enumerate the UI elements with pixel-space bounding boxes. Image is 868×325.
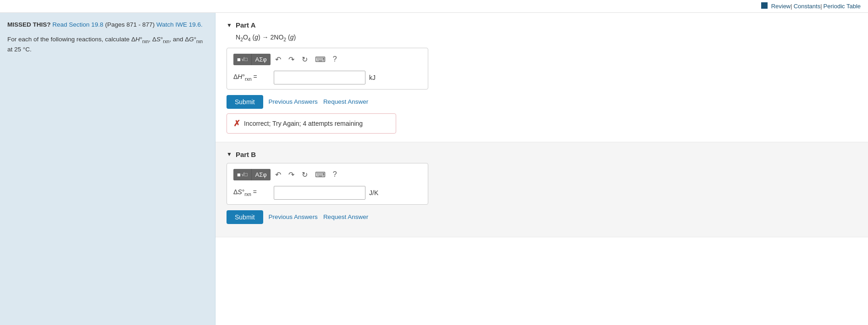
part-b-input-box: ■√□ ΑΣφ ↶ ↷ ↻ ⌨ ? ΔS°rxn = J/K bbox=[227, 163, 428, 205]
part-b-section: ▼ Part B ■√□ ΑΣφ ↶ ↷ ↻ ⌨ bbox=[216, 142, 868, 237]
part-b-toolbar-group: ■√□ ΑΣφ bbox=[233, 169, 271, 180]
part-a-math-button[interactable]: ■√□ bbox=[233, 54, 252, 65]
part-a-input-box: ■√□ ΑΣφ ↶ ↷ ↻ ⌨ ? ΔH°rxn = kJ bbox=[227, 48, 428, 90]
part-b-action-row: Submit Previous Answers Request Answer bbox=[227, 210, 857, 224]
part-b-request-answer-link[interactable]: Request Answer bbox=[323, 213, 368, 220]
part-a-greek-button[interactable]: ΑΣφ bbox=[252, 54, 271, 65]
part-a-unit: kJ bbox=[369, 74, 376, 81]
part-a-reaction: N2O4 (g) → 2NO2 (g) bbox=[227, 34, 857, 42]
part-b-unit: J/K bbox=[369, 189, 378, 196]
part-b-math-button[interactable]: ■√□ bbox=[233, 169, 252, 180]
main-content: ▼ Part A N2O4 (g) → 2NO2 (g) ■√□ ΑΣφ bbox=[216, 13, 868, 325]
part-b-undo-button[interactable]: ↶ bbox=[272, 168, 284, 181]
part-a-previous-answers-link[interactable]: Previous Answers bbox=[269, 98, 318, 105]
pages-label: (Pages 871 - 877) bbox=[105, 21, 155, 28]
read-section-link[interactable]: Read Section 19.8 bbox=[52, 21, 103, 28]
part-a-field-label: ΔH°rxn = bbox=[233, 73, 270, 82]
part-b-header: ▼ Part B bbox=[227, 151, 857, 158]
part-a-error-icon: ✗ bbox=[233, 118, 240, 129]
part-b-refresh-button[interactable]: ↻ bbox=[299, 168, 310, 181]
part-a-submit-button[interactable]: Submit bbox=[227, 95, 263, 109]
review-icon bbox=[761, 2, 768, 9]
part-a-error-text: Incorrect; Try Again; 4 attempts remaini… bbox=[244, 120, 363, 127]
part-a-help-button[interactable]: ? bbox=[330, 53, 340, 66]
part-b-field-label: ΔS°rxn = bbox=[233, 188, 270, 197]
part-b-greek-button[interactable]: ΑΣφ bbox=[252, 169, 271, 180]
missed-this-section: MISSED THIS? Read Section 19.8 (Pages 87… bbox=[7, 20, 208, 29]
part-a-refresh-button[interactable]: ↻ bbox=[299, 53, 310, 66]
part-b-previous-answers-link[interactable]: Previous Answers bbox=[269, 213, 318, 220]
part-b-submit-button[interactable]: Submit bbox=[227, 210, 263, 224]
watch-iwe-link[interactable]: Watch IWE 19.6. bbox=[156, 21, 203, 28]
part-a-collapse-icon[interactable]: ▼ bbox=[227, 22, 232, 28]
part-a-title: Part A bbox=[236, 21, 256, 29]
review-link[interactable]: Review bbox=[771, 3, 791, 10]
missed-label: MISSED THIS? bbox=[7, 21, 51, 28]
top-bar: Review | Constants | Periodic Table bbox=[0, 0, 868, 13]
part-a-header: ▼ Part A bbox=[227, 21, 857, 29]
periodic-table-link[interactable]: Periodic Table bbox=[824, 3, 861, 10]
part-b-title: Part B bbox=[236, 151, 256, 158]
part-a-error-box: ✗ Incorrect; Try Again; 4 attempts remai… bbox=[227, 113, 396, 134]
part-b-field-row: ΔS°rxn = J/K bbox=[233, 186, 421, 200]
part-a-answer-input[interactable] bbox=[274, 71, 365, 84]
part-b-redo-button[interactable]: ↷ bbox=[286, 168, 297, 181]
part-a-redo-button[interactable]: ↷ bbox=[286, 53, 297, 66]
constants-link[interactable]: Constants bbox=[794, 3, 821, 10]
part-a-field-row: ΔH°rxn = kJ bbox=[233, 71, 421, 84]
part-a-keyboard-button[interactable]: ⌨ bbox=[312, 53, 328, 66]
part-a-section: ▼ Part A N2O4 (g) → 2NO2 (g) ■√□ ΑΣφ bbox=[216, 13, 868, 142]
part-b-answer-input[interactable] bbox=[274, 186, 365, 200]
part-b-collapse-icon[interactable]: ▼ bbox=[227, 151, 232, 157]
part-a-action-row: Submit Previous Answers Request Answer bbox=[227, 95, 857, 109]
part-b-help-button[interactable]: ? bbox=[330, 168, 340, 181]
part-a-toolbar: ■√□ ΑΣφ ↶ ↷ ↻ ⌨ ? bbox=[233, 53, 421, 66]
part-b-toolbar: ■√□ ΑΣφ ↶ ↷ ↻ ⌨ ? bbox=[233, 168, 421, 181]
part-b-keyboard-button[interactable]: ⌨ bbox=[312, 168, 328, 181]
part-a-toolbar-group: ■√□ ΑΣφ bbox=[233, 54, 271, 65]
problem-description: For each of the following reactions, cal… bbox=[7, 35, 208, 54]
part-a-request-answer-link[interactable]: Request Answer bbox=[323, 98, 368, 105]
sidebar: MISSED THIS? Read Section 19.8 (Pages 87… bbox=[0, 13, 216, 325]
part-a-undo-button[interactable]: ↶ bbox=[272, 53, 284, 66]
